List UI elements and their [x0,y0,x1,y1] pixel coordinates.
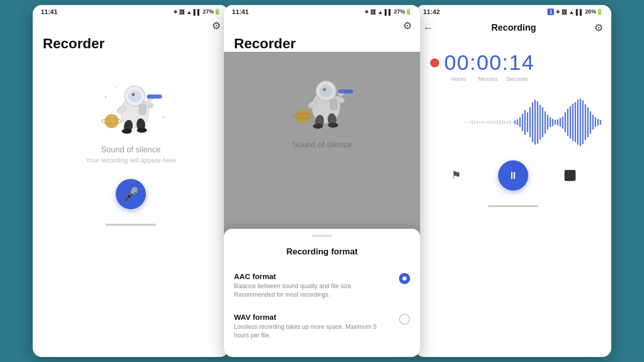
screen2-title: Recorder [224,32,420,52]
waveform-bar [494,121,496,124]
waveform-bar [522,114,523,131]
svg-point-2 [128,90,141,102]
waveform-bar [476,121,478,124]
svg-point-16 [163,116,165,118]
wifi-icon-2: ▲ [377,9,383,15]
dialog-option-wav[interactable]: WAV format Lossless recording takes up m… [224,306,420,347]
svg-rect-32 [338,89,353,94]
svg-rect-29 [330,100,337,110]
bluetooth-icon-2: ∗ [364,9,369,15]
waveform-bar [592,115,594,130]
battery-3: 26%🔋 [585,9,603,15]
dialog-option-aac[interactable]: AAC format Balance between sound quality… [224,265,420,306]
nav-bar-3 [415,203,611,210]
waveform-bar [552,119,553,126]
waveform-bar [512,122,513,123]
timer-area: 00:00:14 Hours Minutes Seconds [415,36,611,87]
minutes-label: Minutes [473,76,503,82]
nav-bar-1 [33,221,229,228]
aac-radio[interactable] [399,273,410,284]
waveform-bar [524,110,526,135]
waveform-bar [527,112,528,132]
recording-indicator-dot [430,58,439,67]
waveform-bar [544,111,546,134]
waveform-bar [481,121,483,123]
waveform-bar [549,117,551,127]
settings-icon-3[interactable]: ⚙ [594,22,603,34]
waveform-bar [559,118,561,127]
waveform-bar [582,100,584,144]
notification-badge: 1 [547,9,554,15]
waveform-bar [529,107,531,137]
settings-icon-1[interactable]: ⚙ [212,20,221,32]
stop-button[interactable] [560,165,580,186]
waveform-bar [562,116,564,129]
waveform-bar [575,102,576,142]
status-time-2: 11:41 [232,8,249,16]
waveform-bar [557,119,558,125]
waveform-bar [497,120,498,125]
svg-point-30 [296,109,310,123]
waveform-bar [597,119,599,126]
dialog-title: Recording format [224,237,420,265]
wifi-icon-1: ▲ [186,9,192,15]
signal-icon-2: ▌▌ [384,9,392,15]
waveform-bar [595,117,596,127]
svg-point-28 [328,123,338,128]
waveform-bar [502,120,503,124]
waveform-bar [469,121,470,124]
waveform-bar [572,104,574,141]
waveform-bar [590,111,591,134]
nav-indicator-1 [106,224,156,226]
svg-point-17 [115,86,117,88]
screen2-recorder-dialog: 11:41 ∗ 🖼 ▲ ▌▌ 27%🔋 ⚙ Recorder [224,5,420,357]
wifi-icon-3: ▲ [569,9,574,15]
controls-area: ⚑ ⏸ [415,152,611,203]
waveform-bar [514,120,516,124]
pause-button[interactable]: ⏸ [498,160,528,191]
svg-point-27 [313,124,323,129]
aac-option-name: AAC format [234,272,391,281]
back-button[interactable]: ← [423,22,433,34]
waveform-bar [492,121,493,123]
waveform-bar [570,106,571,139]
svg-rect-11 [139,105,146,115]
waveform-bar [585,104,586,140]
wav-option-text: WAV format Lossless recording takes up m… [234,313,391,340]
waveform-bar [517,119,518,125]
timer-row: 00:00:14 [430,51,535,75]
screen3-recording: 11:42 1 ∗ 🖼 ▲ ▌▌ 26%🔋 ← Recording ⚙ 00:0… [415,5,611,357]
stop-icon [565,170,576,181]
waveform-bar [539,105,541,140]
waveform-bar [600,120,601,125]
hours-label: Hours [444,76,473,82]
screen3-title: Recording [491,23,536,33]
timer-labels: Hours Minutes Seconds [430,76,532,82]
record-button-1[interactable]: 🎤 [116,179,146,209]
screen3-header: ← Recording ⚙ [415,18,611,36]
signal-icon-3: ▌▌ [576,9,584,15]
svg-point-3 [132,93,135,96]
waveform-bar [466,122,468,123]
waveform-bar [587,107,589,137]
pause-icon: ⏸ [508,170,518,182]
status-time-3: 11:42 [423,8,440,16]
waveform-bar [509,120,511,124]
waveform-bar [532,102,533,142]
screen2-header-icons: ⚙ [224,18,420,32]
settings-icon-2[interactable]: ⚙ [403,20,412,32]
waveform-bar [487,121,488,123]
silence-main-2: Sound of silence [292,140,352,149]
screen2-astronaut-area: Sound of silence [224,52,420,154]
waveform-bar [479,121,480,123]
wav-option-desc: Lossless recording takes up more space. … [234,323,391,340]
media-icon-3: 🖼 [561,9,567,15]
waveform-visualization [464,97,601,147]
status-icons-1: ∗ 🖼 ▲ ▌▌ 27%🔋 [173,9,221,15]
status-bar-2: 11:41 ∗ 🖼 ▲ ▌▌ 27%🔋 [224,5,420,18]
waveform-bar [565,112,566,132]
silence-sub-1: Your recording will appear here [86,156,176,164]
svg-point-12 [105,114,119,128]
flag-button[interactable]: ⚑ [446,165,466,186]
wav-radio[interactable] [399,314,410,325]
